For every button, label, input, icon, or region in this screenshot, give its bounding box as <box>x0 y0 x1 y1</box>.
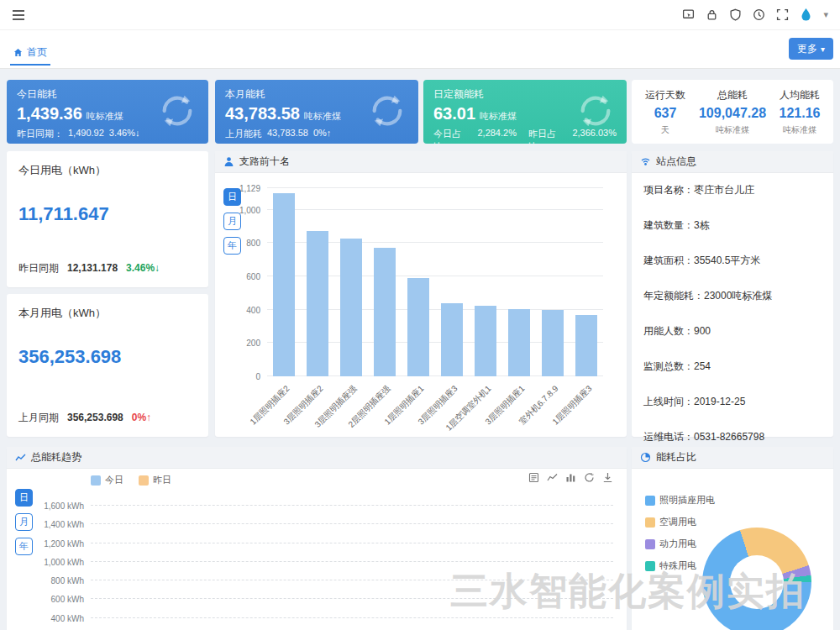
panel-title: 总能耗趋势 <box>31 450 81 465</box>
more-button[interactable]: 更多 ▾ <box>789 38 833 60</box>
energy-share-panel: 能耗占比 照明插座用电 空调用电 动力用电 特殊用电 <box>632 447 833 630</box>
stats-summary: 运行天数 637 天 总能耗 109,047.28 吨标准煤 人均能耗 121.… <box>632 80 833 144</box>
branch-bar <box>273 193 295 376</box>
clock-icon[interactable] <box>753 8 765 21</box>
panel-title: 站点信息 <box>656 155 696 169</box>
water-drop-icon[interactable] <box>800 8 812 22</box>
refresh-cycle-icon <box>576 92 615 134</box>
trend-legend: 今日 昨日 <box>91 474 171 486</box>
donut-hole <box>730 555 784 609</box>
stat-value: 121.16 <box>780 106 821 121</box>
branch-bar <box>575 315 597 376</box>
kpi-unit: 吨标准煤 <box>480 111 517 121</box>
stat-label: 运行天数 <box>645 88 685 102</box>
stat-per-capita-energy: 人均能耗 121.16 吨标准煤 <box>766 80 833 144</box>
more-button-label: 更多 <box>797 42 817 56</box>
legend-item-power[interactable]: 动力用电 <box>645 538 715 550</box>
branch-bar <box>307 231 328 376</box>
stat-label: 人均能耗 <box>780 88 820 102</box>
panel-header: 能耗占比 <box>632 447 833 469</box>
power-value: 11,711.647 <box>7 178 208 225</box>
legend-swatch <box>645 561 655 571</box>
today-power-card: 今日用电（kWh） 11,711.647 昨日同期 12,131.178 3.4… <box>7 151 208 287</box>
legend-swatch <box>645 539 655 549</box>
fullscreen-icon[interactable] <box>776 8 789 21</box>
legend-item-yesterday[interactable]: 昨日 <box>139 474 171 486</box>
tab-home-label: 首页 <box>27 45 47 60</box>
tab-home[interactable]: 首页 <box>10 40 50 66</box>
legend-swatch <box>91 475 101 486</box>
chart-toolbar <box>528 472 613 483</box>
dashboard-screen: ▾ 首页 更多 ▾ 今日能耗 1,439.36吨标准煤 昨日同期：1,490.9… <box>0 0 840 630</box>
kpi-card-today-energy: 今日能耗 1,439.36吨标准煤 昨日同期：1,490.923.46%↓ <box>7 80 208 144</box>
legend-label: 特殊用电 <box>659 559 696 572</box>
legend-swatch <box>139 475 149 486</box>
info-row: 项目名称：枣庄市台儿庄 <box>643 183 822 197</box>
energy-trend-panel: 总能耗趋势 今日 昨日 日 月 年 0 kWh200 kWh400 kWh600… <box>7 447 627 630</box>
card-title: 今日用电（kWh） <box>7 151 208 178</box>
legend-swatch <box>645 496 655 506</box>
legend-item-lighting[interactable]: 照明插座用电 <box>645 494 715 507</box>
stat-unit: 天 <box>661 124 669 136</box>
stat-value: 637 <box>654 106 677 121</box>
refresh-cycle-icon <box>368 92 407 134</box>
legend-label: 照明插座用电 <box>659 494 715 507</box>
chevron-down-icon[interactable]: ▾ <box>823 9 828 20</box>
power-footer: 上月同期 356,253.698 0%↑ <box>18 411 151 425</box>
info-row: 监测总数：254 <box>643 360 822 374</box>
branch-bar <box>340 239 362 376</box>
home-icon <box>13 48 23 57</box>
topbar-actions: ▾ <box>682 8 828 22</box>
legend-item-today[interactable]: 今日 <box>91 474 123 486</box>
refresh-cycle-icon <box>158 92 197 134</box>
card-title: 本月用电（kWh） <box>7 294 208 321</box>
info-row: 建筑面积：35540.5平方米 <box>643 254 822 268</box>
lock-icon[interactable] <box>706 8 718 21</box>
panel-header: 支路前十名 <box>215 151 627 173</box>
pie-icon <box>640 452 651 463</box>
download-icon[interactable] <box>602 472 613 483</box>
legend-item-hvac[interactable]: 空调用电 <box>645 516 715 528</box>
chevron-down-icon: ▾ <box>821 45 825 54</box>
line-chart-icon[interactable] <box>547 472 558 483</box>
refresh-icon[interactable] <box>584 472 595 483</box>
trend-bar-chart <box>91 487 613 630</box>
legend-swatch <box>645 517 655 528</box>
info-row: 年定额能耗：23000吨标准煤 <box>643 289 822 303</box>
legend-label: 今日 <box>105 474 123 486</box>
topbar: ▾ <box>0 0 840 30</box>
monitor-cursor-icon[interactable] <box>682 8 695 21</box>
stat-total-energy: 总能耗 109,047.28 吨标准煤 <box>699 80 766 144</box>
branch-bar <box>441 303 463 376</box>
bar-chart-icon[interactable] <box>565 472 576 483</box>
site-info-list: 项目名称：枣庄市台儿庄 建筑数量：3栋 建筑面积：35540.5平方米 年定额能… <box>632 173 833 454</box>
month-power-card: 本月用电（kWh） 356,253.698 上月同期 356,253.698 0… <box>7 294 208 437</box>
kpi-unit: 吨标准煤 <box>87 111 123 121</box>
stat-unit: 吨标准煤 <box>716 124 749 136</box>
data-view-icon[interactable] <box>528 472 539 483</box>
branch-top10-panel: 支路前十名 日 月 年 1,1291,0008006004002000 1层照明… <box>215 151 627 437</box>
info-row: 建筑数量：3栋 <box>643 218 822 233</box>
legend-label: 空调用电 <box>659 516 696 528</box>
trend-y-axis: 0 kWh200 kWh400 kWh600 kWh800 kWh1,000 k… <box>7 487 87 630</box>
kpi-card-month-energy: 本月能耗 43,783.58吨标准煤 上月能耗43,783.580%↑ <box>215 80 418 144</box>
stat-running-days: 运行天数 637 天 <box>632 80 699 144</box>
site-info-panel: 站点信息 项目名称：枣庄市台儿庄 建筑数量：3栋 建筑面积：35540.5平方米… <box>632 151 833 437</box>
legend-label: 动力用电 <box>659 538 696 550</box>
stat-value: 109,047.28 <box>699 106 766 121</box>
hamburger-menu-icon[interactable] <box>12 9 25 21</box>
tabstrip: 首页 更多 ▾ <box>0 30 840 69</box>
person-icon <box>223 156 234 167</box>
stat-unit: 吨标准煤 <box>783 124 816 136</box>
stat-label: 总能耗 <box>717 88 748 102</box>
signal-icon <box>640 156 651 167</box>
info-row: 上线时间：2019-12-25 <box>643 395 822 409</box>
info-row: 用能人数：900 <box>643 324 822 339</box>
panel-header: 总能耗趋势 <box>7 447 627 469</box>
shield-icon[interactable] <box>729 8 742 21</box>
panel-header: 站点信息 <box>632 151 833 173</box>
legend-label: 昨日 <box>153 474 171 486</box>
panel-title: 支路前十名 <box>239 155 290 169</box>
donut-chart <box>702 528 811 630</box>
pie-legend: 照明插座用电 空调用电 动力用电 特殊用电 <box>645 494 715 572</box>
